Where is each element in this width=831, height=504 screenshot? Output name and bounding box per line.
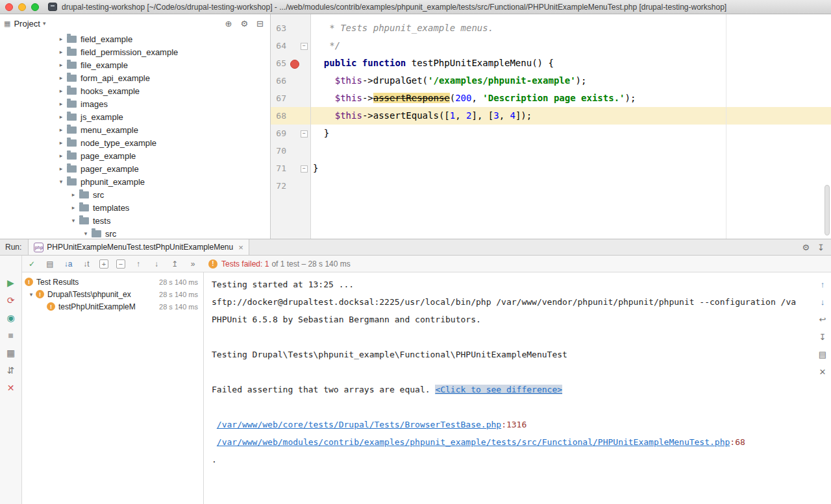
scroll-to-end-button[interactable]: ↧ <box>817 331 828 342</box>
line-number[interactable]: 67 <box>271 90 286 107</box>
sort-by-duration-button[interactable]: ↓t <box>81 259 92 269</box>
export-test-results-button[interactable]: ↥ <box>169 259 180 269</box>
line-number[interactable]: 64 <box>271 37 286 54</box>
zoom-window-button[interactable] <box>31 3 39 11</box>
chevron-right-icon[interactable]: ▸ <box>69 191 77 198</box>
code-line-67[interactable]: 67 $this->assertResponse(200, 'Descripti… <box>271 90 831 107</box>
chevron-right-icon[interactable]: ▸ <box>57 165 65 172</box>
project-tree-item-tests[interactable]: ▾tests <box>0 214 270 227</box>
previous-failed-test-button[interactable]: ↑ <box>133 259 143 269</box>
project-tree-item-pager_example[interactable]: ▸pager_example <box>0 162 270 175</box>
code-line-65[interactable]: 65 public function testPhpUnitExampleMen… <box>271 54 831 72</box>
project-tree-item-node_type_example[interactable]: ▸node_type_example <box>0 136 270 149</box>
up-stacktrace-button[interactable]: ↑ <box>817 279 828 289</box>
line-number[interactable]: 66 <box>271 72 286 90</box>
rerun-button[interactable]: ▶ <box>5 276 18 289</box>
line-number[interactable]: 68 <box>271 107 286 125</box>
project-tree-item-templates[interactable]: ▸templates <box>0 201 270 214</box>
project-panel-title[interactable]: Project <box>14 19 40 29</box>
settings-gear-icon[interactable]: ⚙ <box>240 19 248 29</box>
run-tab[interactable]: php PHPUnitExampleMenuTest.testPhpUnitEx… <box>28 239 249 255</box>
fold-marker-icon[interactable] <box>286 160 310 177</box>
chevron-right-icon[interactable]: ▸ <box>57 88 65 94</box>
chevron-right-icon[interactable]: ▸ <box>57 101 65 107</box>
collapse-all-button[interactable]: − <box>116 259 125 269</box>
line-number[interactable]: 70 <box>271 142 286 160</box>
code-line-69[interactable]: 69 } <box>271 125 831 142</box>
close-button[interactable]: ✕ <box>5 381 18 394</box>
close-window-button[interactable] <box>5 3 13 11</box>
test-tree-item[interactable]: !testPhpUnitExampleM28 s 140 ms <box>22 300 203 313</box>
more-actions-icon[interactable]: » <box>188 259 198 269</box>
chevron-down-icon[interactable]: ▾ <box>43 20 46 27</box>
rerun-failed-tests-button[interactable]: ⟳ <box>5 294 18 307</box>
fold-marker-icon[interactable] <box>286 125 310 142</box>
line-number[interactable]: 63 <box>271 19 286 37</box>
expand-all-button[interactable]: + <box>99 259 108 269</box>
console-link[interactable]: <Click to see difference> <box>435 385 562 394</box>
restore-layout-button[interactable]: ▦ <box>5 346 18 359</box>
code-line-68[interactable]: 68 $this->assertEquals([1, 2], [3, 4]); <box>271 107 831 125</box>
minimize-window-button[interactable] <box>18 3 26 11</box>
project-tree-item-field_permission_example[interactable]: ▸field_permission_example <box>0 45 270 58</box>
chevron-down-icon[interactable]: ▾ <box>57 178 65 185</box>
line-number[interactable]: 72 <box>271 177 286 195</box>
toggle-auto-test-button[interactable]: ◉ <box>5 311 18 324</box>
soft-wrap-button[interactable]: ↩ <box>817 314 828 324</box>
chevron-right-icon[interactable]: ▸ <box>57 139 65 146</box>
line-number[interactable]: 65 <box>271 54 286 72</box>
breakpoint-icon[interactable] <box>286 54 310 72</box>
project-tree-item-src[interactable]: ▾src <box>0 227 270 239</box>
print-button[interactable]: ▤ <box>817 349 828 359</box>
chevron-right-icon[interactable]: ▸ <box>57 36 65 42</box>
code-line-63[interactable]: 63 * Tests phpunit_example menus. <box>271 19 831 37</box>
project-tree-item-images[interactable]: ▸images <box>0 97 270 110</box>
project-tree-item-hooks_example[interactable]: ▸hooks_example <box>0 84 270 97</box>
project-tree-item-field_example[interactable]: ▸field_example <box>0 32 270 45</box>
collapse-all-icon[interactable]: ⊟ <box>256 19 264 29</box>
line-number[interactable]: 71 <box>271 160 286 177</box>
chevron-right-icon[interactable]: ▸ <box>69 204 77 211</box>
chevron-right-icon[interactable]: ▸ <box>57 126 65 133</box>
code-line-64[interactable]: 64 */ <box>271 37 831 54</box>
console-link[interactable]: /var/www/web/modules/contrib/examples/ph… <box>217 437 730 447</box>
fold-marker-icon[interactable] <box>286 37 310 54</box>
project-tree-item-file_example[interactable]: ▸file_example <box>0 58 270 71</box>
chevron-right-icon[interactable]: ▸ <box>57 75 65 81</box>
chevron-down-icon[interactable]: ▾ <box>27 291 35 298</box>
test-tree-item[interactable]: !Test Results28 s 140 ms <box>22 276 203 288</box>
down-stacktrace-button[interactable]: ↓ <box>817 296 828 307</box>
chevron-down-icon[interactable]: ▾ <box>82 230 90 237</box>
code-line-72[interactable]: 72 <box>271 177 831 195</box>
editor-scrollbar[interactable] <box>825 185 830 235</box>
run-settings-gear-icon[interactable]: ⚙ <box>802 243 810 252</box>
console-output[interactable]: Testing started at 13:25 ...sftp://docke… <box>204 272 831 504</box>
code-line-66[interactable]: 66 $this->drupalGet('/examples/phpunit-e… <box>271 72 831 90</box>
chevron-down-icon[interactable]: ▾ <box>69 217 77 224</box>
chevron-right-icon[interactable]: ▸ <box>57 114 65 120</box>
show-ignored-button[interactable]: ▤ <box>45 259 55 269</box>
sort-alphabetically-button[interactable]: ↓a <box>63 259 73 269</box>
code-line-71[interactable]: 71} <box>271 160 831 177</box>
console-link[interactable]: /var/www/web/core/tests/Drupal/Tests/Bro… <box>217 420 501 429</box>
code-line-70[interactable]: 70 <box>271 142 831 160</box>
line-number[interactable]: 69 <box>271 125 286 142</box>
project-tree-item-menu_example[interactable]: ▸menu_example <box>0 123 270 136</box>
project-tree-item-form_api_example[interactable]: ▸form_api_example <box>0 71 270 84</box>
chevron-right-icon[interactable]: ▸ <box>57 152 65 159</box>
chevron-right-icon[interactable]: ▸ <box>57 62 65 68</box>
show-passed-button[interactable]: ✓ <box>27 259 37 269</box>
project-tree-item-page_example[interactable]: ▸page_example <box>0 149 270 162</box>
scroll-options-button[interactable]: ⇵ <box>5 364 18 377</box>
project-tree-item-js_example[interactable]: ▸js_example <box>0 110 270 123</box>
clear-all-button[interactable]: ✕ <box>817 366 828 377</box>
locate-file-icon[interactable]: ⊕ <box>225 19 232 29</box>
project-tree-item-src[interactable]: ▸src <box>0 188 270 201</box>
chevron-right-icon[interactable]: ▸ <box>57 49 65 55</box>
project-tree-item-phpunit_example[interactable]: ▾phpunit_example <box>0 175 270 188</box>
close-tab-icon[interactable]: × <box>238 243 243 252</box>
test-tree-item[interactable]: ▾!Drupal\Tests\phpunit_ex28 s 140 ms <box>22 288 203 300</box>
hide-window-icon[interactable]: ↧ <box>817 243 825 252</box>
next-failed-test-button[interactable]: ↓ <box>151 259 162 269</box>
code-editor[interactable]: 63 * Tests phpunit_example menus.64 */65… <box>271 14 831 239</box>
